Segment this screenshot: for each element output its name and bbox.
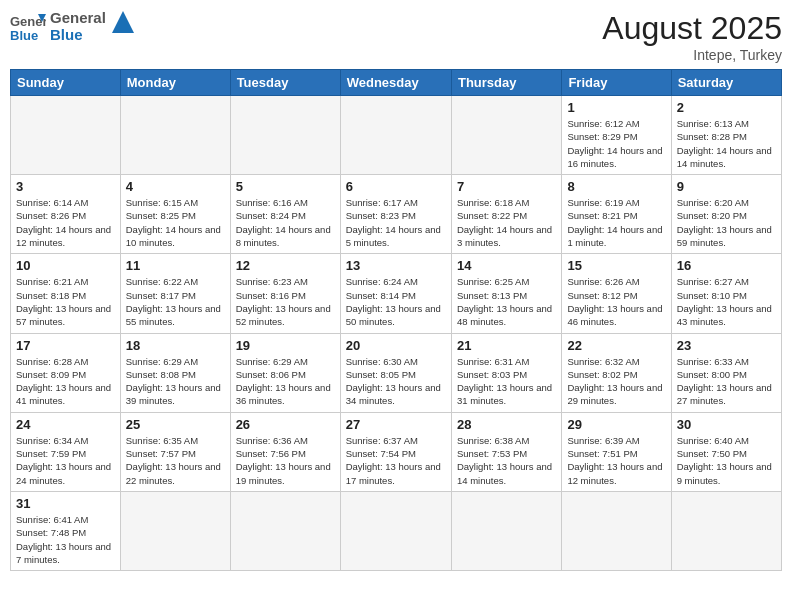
calendar-cell: 9Sunrise: 6:20 AM Sunset: 8:20 PM Daylig…: [671, 175, 781, 254]
day-number: 25: [126, 417, 225, 432]
calendar-cell: 29Sunrise: 6:39 AM Sunset: 7:51 PM Dayli…: [562, 412, 671, 491]
day-info: Sunrise: 6:31 AM Sunset: 8:03 PM Dayligh…: [457, 355, 556, 408]
day-info: Sunrise: 6:25 AM Sunset: 8:13 PM Dayligh…: [457, 275, 556, 328]
calendar-cell: [451, 491, 561, 570]
calendar-cell: 6Sunrise: 6:17 AM Sunset: 8:23 PM Daylig…: [340, 175, 451, 254]
calendar-cell: [120, 96, 230, 175]
day-number: 4: [126, 179, 225, 194]
day-info: Sunrise: 6:17 AM Sunset: 8:23 PM Dayligh…: [346, 196, 446, 249]
calendar-header-row: SundayMondayTuesdayWednesdayThursdayFrid…: [11, 70, 782, 96]
week-row-1: 1Sunrise: 6:12 AM Sunset: 8:29 PM Daylig…: [11, 96, 782, 175]
day-number: 14: [457, 258, 556, 273]
week-row-2: 3Sunrise: 6:14 AM Sunset: 8:26 PM Daylig…: [11, 175, 782, 254]
day-info: Sunrise: 6:40 AM Sunset: 7:50 PM Dayligh…: [677, 434, 776, 487]
calendar-cell: 11Sunrise: 6:22 AM Sunset: 8:17 PM Dayli…: [120, 254, 230, 333]
calendar-cell: [340, 96, 451, 175]
day-number: 15: [567, 258, 665, 273]
week-row-4: 17Sunrise: 6:28 AM Sunset: 8:09 PM Dayli…: [11, 333, 782, 412]
day-info: Sunrise: 6:30 AM Sunset: 8:05 PM Dayligh…: [346, 355, 446, 408]
day-info: Sunrise: 6:23 AM Sunset: 8:16 PM Dayligh…: [236, 275, 335, 328]
day-info: Sunrise: 6:15 AM Sunset: 8:25 PM Dayligh…: [126, 196, 225, 249]
page-header: General Blue General Blue August 2025 In…: [10, 10, 782, 63]
calendar-cell: 10Sunrise: 6:21 AM Sunset: 8:18 PM Dayli…: [11, 254, 121, 333]
day-number: 9: [677, 179, 776, 194]
day-info: Sunrise: 6:38 AM Sunset: 7:53 PM Dayligh…: [457, 434, 556, 487]
calendar-cell: 22Sunrise: 6:32 AM Sunset: 8:02 PM Dayli…: [562, 333, 671, 412]
day-info: Sunrise: 6:16 AM Sunset: 8:24 PM Dayligh…: [236, 196, 335, 249]
calendar-cell: 27Sunrise: 6:37 AM Sunset: 7:54 PM Dayli…: [340, 412, 451, 491]
header-monday: Monday: [120, 70, 230, 96]
day-info: Sunrise: 6:20 AM Sunset: 8:20 PM Dayligh…: [677, 196, 776, 249]
day-info: Sunrise: 6:13 AM Sunset: 8:28 PM Dayligh…: [677, 117, 776, 170]
logo-triangle-icon: [112, 11, 134, 33]
day-number: 26: [236, 417, 335, 432]
calendar-cell: 13Sunrise: 6:24 AM Sunset: 8:14 PM Dayli…: [340, 254, 451, 333]
calendar-cell: 3Sunrise: 6:14 AM Sunset: 8:26 PM Daylig…: [11, 175, 121, 254]
day-number: 16: [677, 258, 776, 273]
calendar-cell: [11, 96, 121, 175]
day-number: 8: [567, 179, 665, 194]
day-number: 11: [126, 258, 225, 273]
day-number: 18: [126, 338, 225, 353]
day-info: Sunrise: 6:22 AM Sunset: 8:17 PM Dayligh…: [126, 275, 225, 328]
calendar-cell: 17Sunrise: 6:28 AM Sunset: 8:09 PM Dayli…: [11, 333, 121, 412]
day-number: 21: [457, 338, 556, 353]
day-info: Sunrise: 6:14 AM Sunset: 8:26 PM Dayligh…: [16, 196, 115, 249]
day-number: 28: [457, 417, 556, 432]
logo-icon: General Blue: [10, 12, 46, 42]
calendar-cell: 21Sunrise: 6:31 AM Sunset: 8:03 PM Dayli…: [451, 333, 561, 412]
calendar-cell: [230, 96, 340, 175]
logo-general-text: General: [50, 10, 106, 27]
header-friday: Friday: [562, 70, 671, 96]
header-saturday: Saturday: [671, 70, 781, 96]
week-row-5: 24Sunrise: 6:34 AM Sunset: 7:59 PM Dayli…: [11, 412, 782, 491]
day-info: Sunrise: 6:35 AM Sunset: 7:57 PM Dayligh…: [126, 434, 225, 487]
day-info: Sunrise: 6:12 AM Sunset: 8:29 PM Dayligh…: [567, 117, 665, 170]
calendar-cell: 28Sunrise: 6:38 AM Sunset: 7:53 PM Dayli…: [451, 412, 561, 491]
header-sunday: Sunday: [11, 70, 121, 96]
day-number: 23: [677, 338, 776, 353]
svg-marker-3: [112, 11, 134, 33]
day-info: Sunrise: 6:26 AM Sunset: 8:12 PM Dayligh…: [567, 275, 665, 328]
day-number: 1: [567, 100, 665, 115]
calendar-cell: [340, 491, 451, 570]
day-number: 6: [346, 179, 446, 194]
day-info: Sunrise: 6:41 AM Sunset: 7:48 PM Dayligh…: [16, 513, 115, 566]
header-tuesday: Tuesday: [230, 70, 340, 96]
calendar-cell: 5Sunrise: 6:16 AM Sunset: 8:24 PM Daylig…: [230, 175, 340, 254]
header-wednesday: Wednesday: [340, 70, 451, 96]
day-info: Sunrise: 6:27 AM Sunset: 8:10 PM Dayligh…: [677, 275, 776, 328]
calendar-cell: 20Sunrise: 6:30 AM Sunset: 8:05 PM Dayli…: [340, 333, 451, 412]
week-row-3: 10Sunrise: 6:21 AM Sunset: 8:18 PM Dayli…: [11, 254, 782, 333]
calendar-cell: 14Sunrise: 6:25 AM Sunset: 8:13 PM Dayli…: [451, 254, 561, 333]
calendar-cell: [562, 491, 671, 570]
calendar-cell: 12Sunrise: 6:23 AM Sunset: 8:16 PM Dayli…: [230, 254, 340, 333]
calendar-cell: [230, 491, 340, 570]
calendar-cell: 8Sunrise: 6:19 AM Sunset: 8:21 PM Daylig…: [562, 175, 671, 254]
month-year-title: August 2025: [602, 10, 782, 47]
day-info: Sunrise: 6:29 AM Sunset: 8:06 PM Dayligh…: [236, 355, 335, 408]
calendar-cell: 16Sunrise: 6:27 AM Sunset: 8:10 PM Dayli…: [671, 254, 781, 333]
day-info: Sunrise: 6:39 AM Sunset: 7:51 PM Dayligh…: [567, 434, 665, 487]
calendar-cell: 25Sunrise: 6:35 AM Sunset: 7:57 PM Dayli…: [120, 412, 230, 491]
day-number: 29: [567, 417, 665, 432]
day-number: 7: [457, 179, 556, 194]
calendar-cell: 15Sunrise: 6:26 AM Sunset: 8:12 PM Dayli…: [562, 254, 671, 333]
logo-blue-text: Blue: [50, 27, 106, 44]
day-number: 12: [236, 258, 335, 273]
calendar-cell: [671, 491, 781, 570]
calendar-cell: [451, 96, 561, 175]
title-block: August 2025 Intepe, Turkey: [602, 10, 782, 63]
calendar-cell: 23Sunrise: 6:33 AM Sunset: 8:00 PM Dayli…: [671, 333, 781, 412]
calendar-cell: 7Sunrise: 6:18 AM Sunset: 8:22 PM Daylig…: [451, 175, 561, 254]
day-info: Sunrise: 6:28 AM Sunset: 8:09 PM Dayligh…: [16, 355, 115, 408]
calendar-cell: 31Sunrise: 6:41 AM Sunset: 7:48 PM Dayli…: [11, 491, 121, 570]
day-info: Sunrise: 6:37 AM Sunset: 7:54 PM Dayligh…: [346, 434, 446, 487]
calendar-cell: [120, 491, 230, 570]
day-info: Sunrise: 6:29 AM Sunset: 8:08 PM Dayligh…: [126, 355, 225, 408]
header-thursday: Thursday: [451, 70, 561, 96]
calendar-cell: 24Sunrise: 6:34 AM Sunset: 7:59 PM Dayli…: [11, 412, 121, 491]
day-number: 3: [16, 179, 115, 194]
svg-text:Blue: Blue: [10, 28, 38, 42]
day-info: Sunrise: 6:34 AM Sunset: 7:59 PM Dayligh…: [16, 434, 115, 487]
